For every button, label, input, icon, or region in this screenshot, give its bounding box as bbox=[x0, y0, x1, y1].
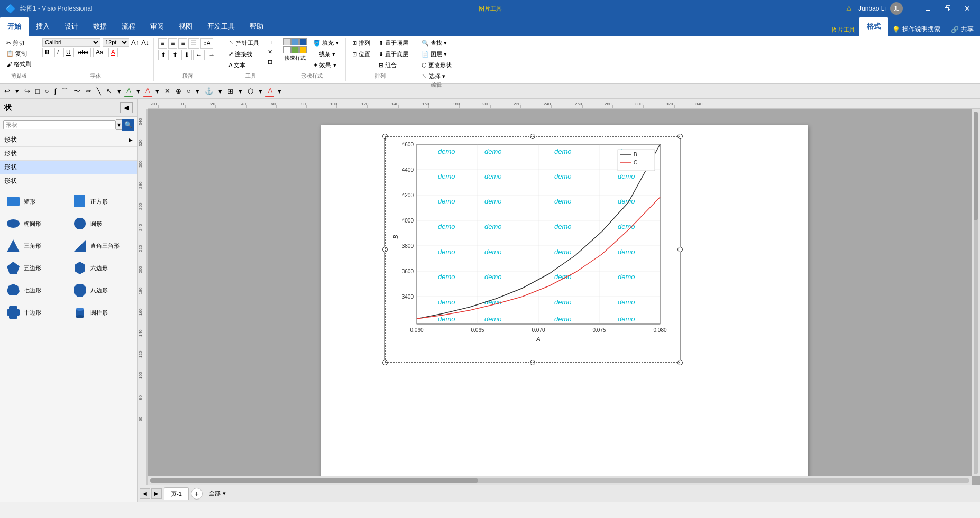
cross-qa[interactable]: ✕ bbox=[162, 86, 172, 96]
bullet-list-btn[interactable]: ☰ bbox=[188, 38, 199, 49]
handle-mid-right[interactable] bbox=[677, 247, 683, 252]
tab-process[interactable]: 流程 bbox=[114, 17, 143, 36]
fill-btn[interactable]: 🪣 填充 ▾ bbox=[311, 38, 341, 48]
pointer-tool[interactable]: ↖ bbox=[104, 86, 114, 96]
h-scrollbar[interactable] bbox=[148, 476, 972, 485]
tab-devtools[interactable]: 开发工具 bbox=[200, 17, 242, 36]
sidebar-item-ellipse[interactable]: 椭圆形 bbox=[4, 215, 67, 233]
cut-btn[interactable]: ✂ 剪切 bbox=[4, 38, 33, 48]
grid-qa[interactable]: ⊞ bbox=[225, 86, 235, 96]
fill-color-qa[interactable]: A bbox=[124, 86, 133, 97]
change-shape-btn[interactable]: ⬡ 更改形状 bbox=[419, 60, 454, 70]
search-input[interactable] bbox=[3, 120, 116, 130]
pointer-tool-btn[interactable]: ↖ 指针工具 bbox=[226, 38, 261, 48]
shape-outline-btn[interactable]: □ bbox=[265, 38, 274, 47]
cross-btn[interactable]: ✕ bbox=[265, 48, 274, 57]
text-dir-btn[interactable]: ↕A bbox=[200, 38, 213, 49]
tab-format[interactable]: 格式 bbox=[859, 17, 888, 36]
anchor-dropdown-qa[interactable]: ▾ bbox=[216, 86, 224, 96]
top-layer-btn[interactable]: ⬆ 置于顶层 bbox=[377, 38, 410, 48]
text-btn[interactable]: A 文本 bbox=[226, 60, 261, 70]
bottom-layer-btn[interactable]: ⬇ 置于底层 bbox=[377, 49, 410, 59]
transform-btn[interactable]: ⊡ bbox=[265, 58, 274, 67]
effect-btn[interactable]: ✦ 效果 ▾ bbox=[311, 60, 341, 70]
font-grow-btn[interactable]: A↑ bbox=[131, 39, 139, 47]
rect-tool[interactable]: □ bbox=[33, 86, 42, 96]
font-color-btn[interactable]: A bbox=[108, 48, 118, 57]
paste-format-btn[interactable]: 🖌 格式刷 bbox=[4, 59, 33, 69]
sidebar-item-triangle[interactable]: 三角形 bbox=[4, 237, 67, 255]
tab-view[interactable]: 视图 bbox=[171, 17, 200, 36]
sidebar-category-shapes3[interactable]: 形状 bbox=[0, 161, 137, 174]
handle-bot-left[interactable] bbox=[382, 360, 388, 365]
page-tab-1[interactable]: 页-1 bbox=[164, 487, 189, 500]
sidebar-category-shapes4[interactable]: 形状 bbox=[0, 174, 137, 188]
align-mid-btn[interactable]: ⬆ bbox=[170, 50, 180, 60]
add-page-btn[interactable]: + bbox=[191, 488, 203, 500]
handle-bot-right[interactable] bbox=[677, 360, 683, 365]
find-btn[interactable]: 🔍 查找 ▾ bbox=[419, 38, 454, 48]
arc-tool[interactable]: ⌒ bbox=[59, 86, 70, 97]
handle-bot-center[interactable] bbox=[530, 360, 535, 365]
canvas-scroll[interactable]: 4600 4400 4200 4000 3800 3600 3400 0.060… bbox=[148, 109, 980, 485]
sidebar-item-cylinder[interactable]: 圆柱形 bbox=[71, 303, 133, 321]
search-dropdown[interactable]: ▾ bbox=[116, 119, 122, 130]
sidebar-item-octagon[interactable]: 八边形 bbox=[71, 281, 133, 299]
sidebar-item-circle[interactable]: 圆形 bbox=[71, 215, 133, 233]
quick-style-btn[interactable]: 快速样式 bbox=[283, 38, 307, 62]
v-scrollbar[interactable] bbox=[972, 109, 980, 476]
align-top-btn[interactable]: ⬆ bbox=[158, 50, 169, 60]
font-color2-qa[interactable]: A bbox=[265, 86, 274, 97]
circle-dropdown-qa[interactable]: ▾ bbox=[194, 86, 202, 96]
handle-top-center[interactable] bbox=[530, 134, 535, 139]
sidebar-item-hexagon[interactable]: 六边形 bbox=[71, 259, 133, 277]
select-btn[interactable]: ↖ 选择 ▾ bbox=[419, 71, 454, 81]
connector-btn[interactable]: ⤢ 连接线 bbox=[226, 49, 261, 59]
tab-insert[interactable]: 插入 bbox=[29, 17, 57, 36]
sidebar-item-square[interactable]: 正方形 bbox=[71, 192, 133, 210]
search-btn[interactable]: 🔍 bbox=[122, 119, 134, 131]
handle-mid-left[interactable] bbox=[382, 247, 388, 252]
tab-data[interactable]: 数据 bbox=[86, 17, 114, 36]
font-size-select[interactable]: 12pt bbox=[103, 38, 129, 47]
copy-btn[interactable]: 📋 复制 bbox=[4, 49, 33, 59]
curve-tool[interactable]: ∫ bbox=[52, 86, 59, 96]
pointer-dropdown[interactable]: ▾ bbox=[115, 86, 123, 96]
align-right-btn[interactable]: ≡ bbox=[178, 38, 187, 49]
indent-inc-btn[interactable]: → bbox=[206, 50, 217, 60]
bold-btn[interactable]: B bbox=[42, 48, 52, 57]
font-name-select[interactable]: Calibri bbox=[42, 38, 100, 47]
page-nav-left[interactable]: ◀ bbox=[140, 488, 150, 499]
circle-qa[interactable]: ○ bbox=[185, 86, 193, 96]
anchor-qa[interactable]: ⚓ bbox=[203, 86, 215, 96]
indent-dec-btn[interactable]: ← bbox=[193, 50, 205, 60]
page-nav-right[interactable]: ▶ bbox=[151, 488, 162, 499]
group-btn[interactable]: ⊞ 组合 bbox=[377, 60, 410, 70]
align-left-btn[interactable]: ≡ bbox=[158, 38, 167, 49]
line-btn[interactable]: ─ 线条 ▾ bbox=[311, 49, 341, 59]
pencil-tool[interactable]: ✏ bbox=[84, 86, 94, 96]
layer-btn[interactable]: 📄 图层 ▾ bbox=[419, 49, 454, 59]
sidebar-item-heptagon[interactable]: 七边形 bbox=[4, 281, 67, 299]
handle-top-left[interactable] bbox=[382, 134, 388, 139]
oval-tool[interactable]: ○ bbox=[43, 86, 51, 96]
sidebar-item-pentagon[interactable]: 五边形 bbox=[4, 259, 67, 277]
sidebar-collapse-btn[interactable]: ◀ bbox=[120, 102, 133, 113]
grid-dropdown-qa[interactable]: ▾ bbox=[236, 86, 244, 96]
text-case-btn[interactable]: Aa bbox=[93, 48, 106, 57]
h-scrollbar-thumb[interactable] bbox=[150, 478, 478, 483]
sidebar-category-shapes2[interactable]: 形状 bbox=[0, 147, 137, 161]
redo-btn[interactable]: ↪ bbox=[22, 86, 32, 96]
underline-btn[interactable]: U bbox=[63, 48, 74, 57]
tab-help[interactable]: 帮助 bbox=[242, 17, 271, 36]
italic-btn[interactable]: I bbox=[54, 48, 61, 57]
align-center-btn[interactable]: ≡ bbox=[168, 38, 177, 49]
user-avatar[interactable]: JL bbox=[890, 2, 903, 15]
all-pages-btn[interactable]: 全部 ▾ bbox=[209, 489, 226, 497]
position-btn[interactable]: ⊡ 位置 bbox=[350, 49, 372, 59]
restore-btn[interactable]: 🗗 bbox=[940, 3, 956, 14]
shape-dropdown-qa[interactable]: ▾ bbox=[257, 86, 264, 96]
sidebar-item-right-triangle[interactable]: 直角三角形 bbox=[71, 237, 133, 255]
close-btn[interactable]: ✕ bbox=[960, 3, 975, 14]
strikethrough-btn[interactable]: abc bbox=[76, 48, 91, 57]
